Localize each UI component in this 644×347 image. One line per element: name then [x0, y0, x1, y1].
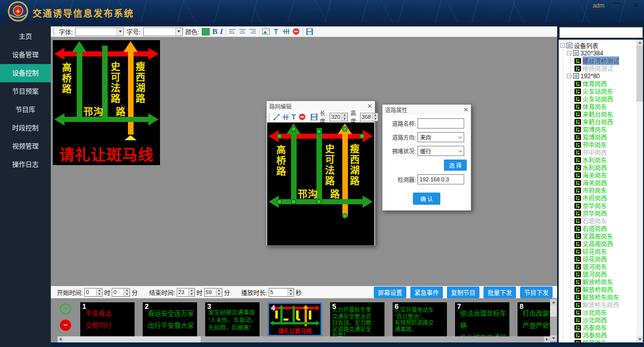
road-direction-select[interactable]: 来向 [417, 132, 464, 142]
length-stepper[interactable]: 320▲▼ [330, 113, 348, 121]
scroll-up-icon[interactable] [550, 299, 557, 305]
spin-up-icon[interactable]: ▲ [124, 289, 130, 292]
height-stepper[interactable]: 368▲▼ [360, 113, 378, 121]
sidebar-item-program-plan[interactable]: 节目预案 [0, 82, 51, 101]
duration-value: 5 [269, 289, 287, 296]
road-network-edit-dialog[interactable]: 路网编辑 ✕ T 长度: 320▲▼ 高度: 368▲▼ [266, 101, 375, 246]
font-size-select[interactable] [143, 27, 183, 36]
start-minute-stepper[interactable]: 0▲▼ [112, 288, 130, 297]
line-tool-icon[interactable] [273, 113, 280, 121]
select-button[interactable]: 选 择 [444, 160, 467, 171]
scroll-down-icon[interactable] [636, 336, 643, 342]
sign-preview[interactable]: 高桥路 史可法路 瘦西湖路 邗沟 路 请礼让斑马线 [53, 40, 160, 165]
confirm-button[interactable]: 确 认 [413, 193, 440, 205]
dialog-titlebar[interactable]: 道路属性 ✕ [382, 105, 471, 115]
align-center-icon[interactable] [239, 28, 246, 36]
device-search-input[interactable] [559, 27, 643, 38]
playlist-item-8[interactable]: 8打击改装“炸严查严处“机 [518, 302, 550, 336]
sidebar-item-time-control[interactable]: 时段控制 [0, 119, 51, 137]
barrier-icon[interactable] [282, 28, 290, 36]
toolbar-grip[interactable] [269, 113, 270, 120]
spin-down-icon[interactable]: ▼ [124, 292, 130, 296]
playlist-item-1[interactable]: 1平安春运交警同行 [80, 302, 135, 336]
delete-icon[interactable] [293, 28, 300, 36]
spin-down-icon[interactable]: ▼ [189, 292, 195, 296]
screen-settings-button[interactable]: 屏幕设置 [374, 287, 406, 298]
spin-down-icon[interactable]: ▼ [288, 292, 294, 296]
text-tool-icon[interactable]: T [292, 113, 296, 121]
delete-icon[interactable] [299, 113, 306, 121]
playlist-item-4[interactable]: 4 请礼让斑马线 [268, 302, 322, 336]
dropdown-arrow-icon[interactable] [116, 28, 123, 36]
spin-down-icon[interactable]: ▼ [96, 292, 102, 296]
batch-dispatch-button[interactable]: 批量下发 [484, 287, 516, 298]
tree-scrollbar[interactable] [636, 40, 643, 342]
format-toolbar: 字体: 字号: 颜色: B I T [51, 26, 557, 37]
road-tool-icon[interactable] [282, 113, 289, 121]
align-left-icon[interactable] [229, 28, 236, 36]
scrollbar-thumb[interactable] [63, 336, 201, 342]
scrollbar-thumb[interactable] [636, 46, 643, 102]
italic-icon[interactable]: I [220, 28, 223, 36]
playlist-item-7[interactable]: 7依法治理非标车辆净化城市交通环境 [455, 302, 509, 336]
add-program-button[interactable]: + [60, 303, 71, 314]
close-icon[interactable]: ✕ [367, 103, 372, 110]
playlist-item-2[interactable]: 2春运安全连万家出行平安靠大家 [143, 302, 197, 336]
align-right-icon[interactable] [249, 28, 256, 36]
spin-up-icon[interactable]: ▲ [216, 289, 222, 292]
scroll-up-icon[interactable] [636, 40, 643, 46]
road-name-input[interactable] [417, 118, 464, 129]
spin-down-icon[interactable]: ▼ [342, 117, 347, 121]
color-swatch[interactable] [202, 28, 210, 36]
spin-down-icon[interactable]: ▼ [216, 292, 222, 296]
spin-up-icon[interactable]: ▲ [372, 113, 378, 117]
text-tool-icon[interactable]: T [272, 28, 280, 36]
sidebar-item-device-management[interactable]: 设备管理 [0, 46, 51, 64]
playlist-item-5[interactable]: 5大力开展秋冬季交通安全整治百日会战，全力稳定道路交通安全形势！ [330, 302, 384, 336]
scroll-down-icon[interactable] [550, 335, 557, 341]
detector-input[interactable] [417, 174, 464, 184]
program-dispatch-button[interactable]: 节目下发 [520, 287, 553, 298]
spin-up-icon[interactable]: ▲ [189, 289, 195, 292]
sidebar-item-device-control[interactable]: 设备控制 [0, 64, 51, 82]
sidebar-item-program-library[interactable]: 节目库 [0, 101, 51, 119]
end-minute-stepper[interactable]: 59▲▼ [204, 288, 222, 297]
scroll-right-icon[interactable] [544, 336, 550, 342]
sidebar-item-home[interactable]: 主页 [0, 27, 51, 46]
spin-up-icon[interactable]: ▲ [342, 113, 347, 117]
duration-stepper[interactable]: 5▲▼ [269, 288, 294, 297]
sidebar-item-video-management[interactable]: 视频管理 [0, 137, 51, 155]
dropdown-arrow-icon[interactable] [175, 28, 182, 36]
insert-image-icon[interactable] [262, 28, 270, 36]
tree-device-1-34[interactable]: 国展岗东 [559, 339, 636, 342]
bold-icon[interactable]: B [212, 28, 217, 36]
editor-canvas[interactable]: 高桥路 史可法路 瘦西湖路 邗沟 路 请礼让斑马线 路网编辑 ✕ T 长度: [51, 37, 557, 286]
congestion-select[interactable]: 缓行 [417, 146, 464, 156]
tree-root-device-list[interactable]: -设备列表 [559, 42, 636, 49]
sidebar-item-operation-log[interactable]: 操作日志 [0, 155, 51, 174]
playlist-vertical-scrollbar[interactable] [550, 299, 557, 341]
spin-down-icon[interactable]: ▼ [372, 117, 378, 121]
remove-program-button[interactable]: − [60, 320, 71, 331]
toolbar-grip[interactable] [53, 28, 55, 35]
copy-program-button[interactable]: 复制节目 [447, 287, 479, 298]
close-icon[interactable]: ✕ [463, 106, 468, 113]
spin-up-icon[interactable]: ▲ [288, 289, 294, 292]
playlist-horizontal-scrollbar[interactable] [57, 336, 550, 342]
save-icon[interactable] [306, 28, 313, 36]
road-properties-dialog[interactable]: 道路属性 ✕ 道路名称: 道路方向: 来向 拥堵状况: 缓行 选 择 检测器: [382, 104, 471, 211]
spin-up-icon[interactable]: ▲ [96, 289, 102, 292]
minimize-button[interactable]: — [613, 0, 621, 7]
scroll-left-icon[interactable] [57, 336, 63, 342]
road-edit-canvas[interactable]: 高桥路 史可法路 瘦西湖路 邗沟 路 [267, 122, 374, 245]
start-hour-stepper[interactable]: 0▲▼ [84, 288, 103, 297]
font-family-select[interactable] [75, 27, 124, 36]
scrollbar-thumb[interactable] [550, 305, 557, 317]
emergency-event-button[interactable]: 紧急事件 [410, 287, 443, 298]
save-icon[interactable] [311, 113, 317, 121]
end-hour-stepper[interactable]: 23▲▼ [177, 288, 195, 297]
playlist-item-3[interactable]: 3发生轻微交通事故“人未伤，车能动，先拍照，后撤离” [205, 302, 260, 336]
playlist-item-6[interactable]: 6扎实开展电动车“百日整治”，有效预防道路交通事故。 [393, 302, 447, 336]
close-button[interactable]: ✕ [632, 1, 639, 10]
traffic-signal-icon [574, 325, 581, 331]
